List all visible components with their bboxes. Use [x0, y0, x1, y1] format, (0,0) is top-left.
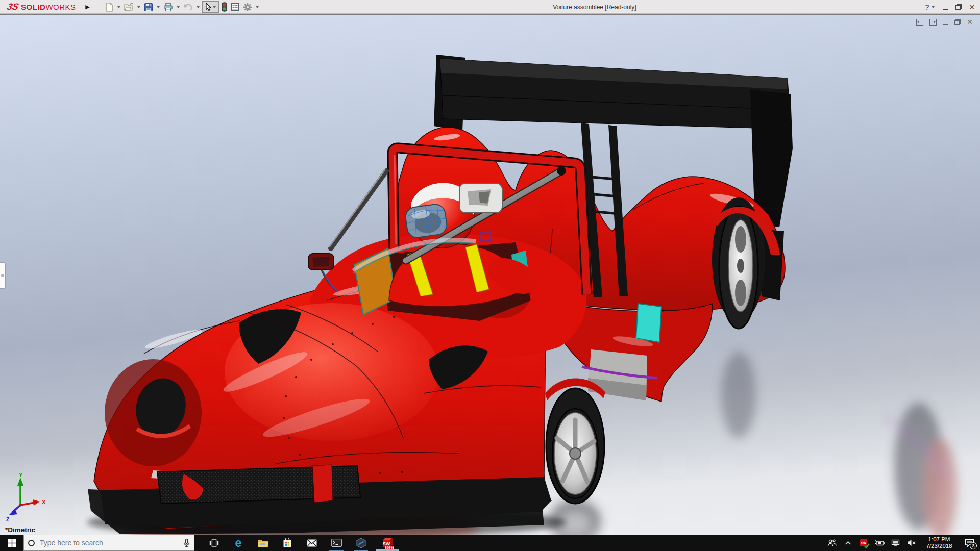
save-button[interactable] [143, 2, 154, 13]
feature-manager-splitter-tab[interactable] [0, 262, 6, 289]
edge-icon: e [235, 537, 242, 549]
y-axis-label: Y [19, 473, 23, 478]
close-button[interactable]: ✕ [969, 3, 975, 11]
select-cursor-icon [204, 3, 212, 11]
cyan-panel [636, 304, 662, 342]
x-axis-label: X [42, 499, 46, 505]
notification-badge: 3 [970, 542, 977, 549]
quick-access-toolbar [104, 0, 260, 14]
start-button[interactable] [0, 535, 23, 551]
tray-chevron-up-icon[interactable] [842, 535, 853, 551]
solidworks-2017-icon: SW 2017 [381, 536, 394, 550]
doc-close-button[interactable]: ✕ [967, 19, 973, 26]
arrow-left-icon [917, 20, 919, 23]
windows-logo-icon [8, 539, 16, 547]
restore-button[interactable] [955, 4, 962, 10]
network-icon[interactable] [890, 535, 901, 551]
taskbar-app-mail[interactable] [300, 535, 324, 551]
model-render[interactable] [0, 15, 980, 535]
open-folder-icon [124, 3, 134, 11]
file-properties-button[interactable] [230, 2, 240, 13]
document-window-controls: ✕ [916, 19, 973, 26]
select-dropdown[interactable] [213, 6, 216, 8]
visor [404, 203, 449, 239]
mail-icon [307, 539, 317, 547]
check-icon [864, 543, 870, 548]
tray-clock[interactable]: 1:07 PM 7/23/2018 [921, 536, 957, 549]
solidworks-logo: 3S SOLIDWORKS [7, 0, 76, 14]
taskbar-app-file-explorer[interactable] [251, 535, 275, 551]
splitter-grip-icon [1, 274, 4, 277]
taskbar-search[interactable] [23, 535, 194, 551]
view-orientation-label: *Dimetric [5, 526, 35, 534]
arrow-right-icon [934, 20, 936, 23]
open-dropdown[interactable] [137, 6, 140, 8]
help-dropdown[interactable] [932, 6, 935, 8]
system-tray: SW 1:07 [826, 535, 980, 551]
undo-dropdown[interactable] [197, 6, 200, 8]
print-icon [163, 3, 173, 12]
minimize-button[interactable] [943, 9, 948, 10]
search-input[interactable] [39, 538, 179, 547]
rebuild-traffic-light-icon [222, 2, 227, 12]
ds-mark: 3S [6, 2, 19, 12]
center-mirror [459, 183, 502, 213]
taskbar-app-hexagon[interactable] [349, 535, 373, 551]
task-view-button[interactable] [202, 535, 226, 551]
title-bar: 3S SOLIDWORKS ▶ [0, 0, 980, 14]
hexagon-app-icon [356, 538, 366, 548]
options-dropdown[interactable] [256, 6, 259, 8]
new-dropdown[interactable] [117, 6, 120, 8]
new-document-icon [105, 3, 114, 12]
x-axis-arrow [33, 499, 40, 506]
taskbar-app-edge[interactable]: e [226, 535, 251, 551]
z-axis-label: Z [6, 517, 9, 522]
print-button[interactable] [162, 2, 174, 13]
file-explorer-icon [257, 539, 268, 547]
open-button[interactable] [123, 2, 135, 13]
print-dropdown[interactable] [177, 6, 180, 8]
document-title: Voiture assomblee [Read-only] [510, 0, 679, 14]
undo-arrow-icon [183, 3, 193, 11]
orientation-triad[interactable]: Y X Z [5, 473, 48, 522]
menu-flyout-arrow-icon[interactable]: ▶ [82, 2, 90, 12]
cortana-icon [28, 540, 35, 546]
doc-restore-button[interactable] [954, 19, 961, 25]
doc-minimize-button[interactable] [943, 24, 948, 25]
new-document-button[interactable] [104, 2, 115, 13]
task-view-icon [209, 539, 219, 547]
taskbar-app-terminal[interactable] [324, 535, 349, 551]
taskbar-app-store[interactable] [275, 535, 300, 551]
help-button[interactable]: ? [925, 3, 936, 11]
date: 7/23/2018 [921, 543, 957, 549]
brand-bold: SOLID [21, 3, 45, 11]
save-floppy-icon [144, 3, 153, 12]
options-button[interactable] [242, 2, 253, 13]
windows-taskbar: e [0, 535, 980, 551]
grille-post [312, 465, 333, 503]
solidworks-tray-icon[interactable]: SW [858, 535, 869, 551]
store-icon [282, 538, 292, 548]
pane-expand-button[interactable] [929, 19, 937, 26]
volume-muted-icon[interactable] [905, 535, 917, 551]
taskbar-app-solidworks[interactable]: SW 2017 [373, 535, 402, 551]
undo-button[interactable] [182, 2, 194, 13]
select-tool-button[interactable] [202, 1, 219, 13]
people-icon[interactable] [826, 535, 838, 551]
gear-icon [243, 3, 252, 12]
command-prompt-icon [331, 539, 342, 547]
brand-light: WORKS [45, 3, 76, 11]
microphone-icon[interactable] [183, 539, 190, 547]
rebuild-button[interactable] [220, 2, 228, 13]
y-axis-arrow [17, 478, 23, 486]
action-center-button[interactable]: 3 [962, 535, 977, 551]
power-battery-icon[interactable] [874, 535, 885, 551]
save-dropdown[interactable] [157, 6, 160, 8]
file-properties-icon [231, 3, 239, 11]
time: 1:07 PM [921, 536, 957, 543]
window-controls: ? ✕ [925, 0, 975, 14]
graphics-area[interactable]: ✕ Y X Z *Dimetric [0, 14, 980, 535]
pane-collapse-button[interactable] [916, 19, 923, 26]
